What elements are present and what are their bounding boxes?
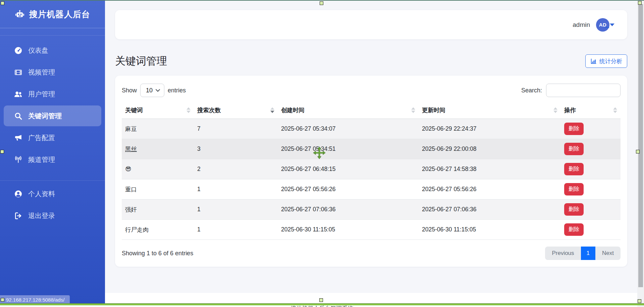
search-input[interactable]: [546, 84, 621, 97]
app-title: 搜片机器人后台: [29, 9, 90, 20]
sort-icon[interactable]: [411, 107, 415, 113]
selection-handle[interactable]: [1, 298, 4, 302]
cell-actions: 删除: [561, 123, 621, 135]
move-cursor-icon: [313, 146, 326, 159]
cell-keyword: 强奸: [122, 206, 194, 214]
avatar[interactable]: AD: [596, 18, 609, 32]
sidebar-item-users[interactable]: 用户管理: [4, 84, 101, 104]
sidebar-item-label: 退出登录: [28, 211, 55, 220]
sidebar-item-videos[interactable]: 视频管理: [4, 62, 101, 83]
cell-search-count: 2: [194, 166, 278, 173]
search-label: Search:: [521, 87, 542, 94]
sidebar-divider: [0, 28, 105, 28]
selection-handle[interactable]: [636, 150, 640, 154]
cell-keyword: 麻豆: [122, 125, 194, 133]
cell-created-time: 2025-06-27 05:34:07: [278, 125, 419, 132]
column-header-actions[interactable]: 操作: [561, 102, 621, 119]
stats-analysis-button[interactable]: 统计分析: [585, 54, 627, 68]
cell-search-count: 3: [194, 145, 278, 152]
antenna-icon: [14, 155, 22, 164]
keywords-table-card: Show 10 entries Search: 关键词 搜索次数: [115, 76, 627, 267]
column-header-count[interactable]: 搜索次数: [194, 102, 278, 119]
cell-updated-time: 2025-06-29 22:00:08: [419, 145, 561, 152]
page-title: 关键词管理: [115, 54, 167, 68]
username-label: admin: [573, 21, 590, 29]
cell-keyword: 行尸走肉: [122, 226, 194, 234]
sidebar-item-label: 视频管理: [28, 68, 55, 77]
column-header-updated[interactable]: 更新时间: [419, 102, 561, 119]
chevron-down-icon: [156, 89, 160, 92]
sidebar-item-label: 个人资料: [28, 189, 55, 199]
delete-button[interactable]: 删除: [564, 123, 584, 135]
keywords-table: 关键词 搜索次数 创建时间 更新时间 操作: [122, 102, 621, 240]
selection-handle[interactable]: [319, 298, 323, 302]
cell-created-time: 2025-06-27 06:48:15: [278, 166, 419, 173]
delete-button[interactable]: 删除: [564, 223, 584, 236]
sort-icon[interactable]: [186, 107, 191, 113]
selection-handle[interactable]: [638, 299, 641, 303]
delete-button[interactable]: 删除: [564, 163, 584, 175]
entries-label: entries: [168, 87, 186, 94]
selection-handle[interactable]: [320, 1, 323, 5]
users-icon: [14, 90, 22, 98]
sidebar-item-logout[interactable]: 退出登录: [4, 205, 101, 226]
cell-created-time: 2025-06-27 05:56:26: [278, 186, 419, 193]
sort-icon[interactable]: [270, 107, 274, 113]
delete-button[interactable]: 删除: [564, 203, 584, 216]
cell-created-time: 2025-06-27 05:34:51: [278, 145, 419, 152]
cell-actions: 删除: [561, 203, 621, 216]
user-circle-icon: [14, 189, 22, 198]
sidebar-item-profile[interactable]: 个人资料: [4, 183, 101, 204]
table-row: 麻豆72025-06-27 05:34:072025-06-29 22:24:3…: [122, 119, 621, 139]
main-content: admin AD 关键词管理 统计分析 Show: [105, 0, 637, 304]
next-page-button[interactable]: Next: [595, 247, 621, 260]
sign-out-icon: [14, 211, 22, 220]
delete-button[interactable]: 删除: [564, 143, 584, 155]
column-header-keyword[interactable]: 关键词: [122, 102, 194, 119]
page-size-select[interactable]: 10: [140, 84, 164, 97]
table-row: 黑丝32025-06-27 05:34:512025-06-29 22:00:0…: [122, 139, 621, 159]
sidebar: 搜片机器人后台 仪表盘: [0, 0, 105, 304]
cell-keyword: 黑丝: [122, 145, 194, 153]
sidebar-item-dashboard[interactable]: 仪表盘: [4, 40, 101, 61]
page-number-button[interactable]: 1: [581, 247, 595, 260]
selection-handle[interactable]: [0, 150, 4, 154]
sidebar-item-channels[interactable]: 频道管理: [4, 149, 101, 170]
table-row: 重口12025-06-27 05:56:262025-06-27 05:56:2…: [122, 179, 621, 200]
cell-search-count: 7: [194, 125, 278, 132]
scrollbar-thumb[interactable]: [638, 4, 643, 287]
cell-keyword: 重口: [122, 185, 194, 193]
delete-button[interactable]: 删除: [564, 183, 584, 195]
avatar-underscore: [605, 27, 609, 28]
stats-analysis-label: 统计分析: [599, 57, 622, 65]
cell-actions: 删除: [561, 223, 621, 236]
sort-icon[interactable]: [553, 107, 557, 113]
table-body: 麻豆72025-06-27 05:34:072025-06-29 22:24:3…: [122, 119, 621, 240]
sidebar-item-label: 频道管理: [28, 155, 55, 164]
app-logo: 搜片机器人后台: [0, 0, 105, 20]
selection-border-bottom: [0, 303, 644, 305]
previous-page-button[interactable]: Previous: [545, 247, 581, 260]
cell-actions: 删除: [561, 143, 621, 155]
cell-keyword: 😎: [122, 166, 194, 173]
sidebar-item-ads[interactable]: 广告配置: [4, 127, 101, 148]
sidebar-item-label: 用户管理: [28, 90, 55, 99]
page-size-value: 10: [146, 87, 153, 94]
cell-created-time: 2025-06-30 11:15:05: [278, 226, 419, 233]
sidebar-item-label: 广告配置: [28, 133, 55, 142]
sort-icon[interactable]: [613, 107, 617, 113]
sidebar-item-keywords[interactable]: 关键词管理: [4, 105, 101, 126]
sidebar-divider: [0, 180, 105, 181]
cell-search-count: 1: [194, 186, 278, 193]
column-header-created[interactable]: 创建时间: [278, 102, 419, 119]
selection-handle[interactable]: [1, 1, 4, 5]
megaphone-icon: [14, 133, 22, 142]
vertical-scrollbar[interactable]: [637, 0, 644, 307]
cell-updated-time: 2025-06-29 22:24:37: [419, 125, 561, 132]
film-icon: [14, 68, 22, 77]
chevron-down-icon[interactable]: [610, 24, 614, 26]
cell-updated-time: 2025-06-30 11:15:05: [419, 226, 561, 233]
table-header-row: 关键词 搜索次数 创建时间 更新时间 操作: [122, 102, 621, 119]
selection-handle[interactable]: [638, 1, 642, 5]
table-info: Showing 1 to 6 of 6 entries: [122, 250, 193, 257]
